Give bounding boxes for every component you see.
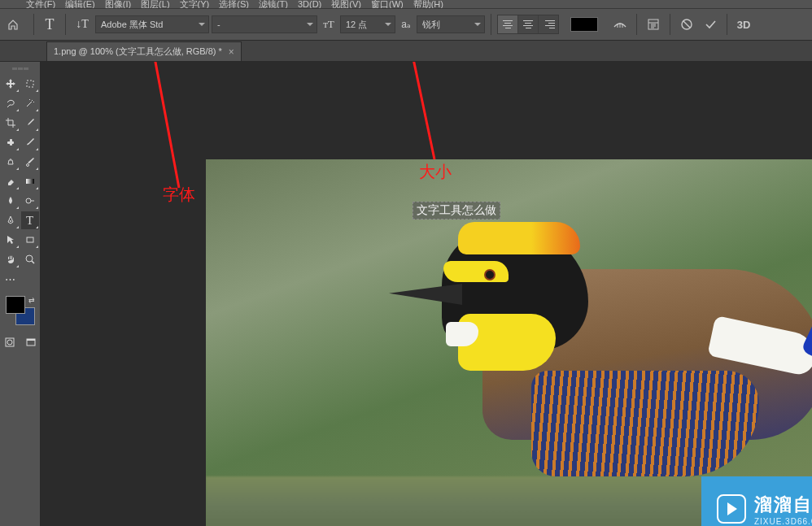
menu-type[interactable]: 文字(Y)	[177, 0, 213, 8]
annotation-arrow-size	[399, 62, 456, 167]
lasso-tool[interactable]	[2, 94, 20, 112]
separator	[65, 14, 66, 35]
anti-alias-dropdown[interactable]: 锐利	[417, 15, 485, 33]
eraser-tool[interactable]	[2, 172, 20, 190]
zoom-tool[interactable]	[21, 250, 39, 268]
menu-bar: 文件(F) 编辑(E) 图像(I) 图层(L) 文字(Y) 选择(S) 滤镜(T…	[0, 0, 812, 8]
tools-grip[interactable]	[4, 65, 37, 72]
text-color-swatch[interactable]	[570, 17, 598, 32]
path-selection-tool[interactable]	[2, 231, 20, 249]
menu-window[interactable]: 窗口(W)	[368, 0, 407, 8]
svg-rect-7	[27, 80, 33, 87]
cancel-button[interactable]	[676, 15, 697, 33]
chevron-down-icon	[385, 23, 391, 26]
svg-point-13	[10, 220, 11, 222]
svg-point-18	[7, 340, 12, 345]
document-tab[interactable]: 1.png @ 100% (文字工具怎么做, RGB/8) * ×	[46, 41, 242, 61]
chevron-down-icon	[307, 23, 313, 26]
crop-tool[interactable]	[2, 114, 20, 132]
font-style-value: -	[217, 20, 220, 29]
hand-tool[interactable]	[2, 250, 20, 268]
menu-view[interactable]: 视图(V)	[328, 0, 365, 8]
foreground-color[interactable]	[6, 296, 25, 314]
separator	[636, 14, 637, 35]
move-tool[interactable]	[2, 75, 20, 93]
healing-brush-tool[interactable]	[2, 133, 20, 151]
swap-colors-icon[interactable]: ⇄	[28, 296, 35, 304]
font-family-dropdown[interactable]: Adobe 黑体 Std	[95, 15, 209, 33]
options-bar: T ↓T Adobe 黑体 Std - тT 12 点 aₐ 锐利	[0, 8, 812, 41]
menu-filter[interactable]: 滤镜(T)	[255, 0, 291, 8]
color-pickers: ⇄	[6, 296, 35, 325]
svg-point-10	[26, 164, 28, 167]
character-panel-button[interactable]	[643, 15, 664, 33]
quick-mask-button[interactable]	[1, 333, 19, 351]
history-brush-tool[interactable]	[21, 153, 39, 171]
svg-line-6	[683, 21, 690, 28]
menu-select[interactable]: 选择(S)	[216, 0, 252, 8]
brush-tool[interactable]	[21, 133, 39, 151]
svg-line-16	[32, 261, 34, 263]
warp-text-button[interactable]	[609, 15, 631, 33]
canvas-area[interactable]: 文字工具怎么做 溜溜自学 ZIXUE.3D66.COM 字体 大小	[41, 62, 812, 526]
annotation-label-font: 字体	[163, 184, 195, 206]
clone-stamp-tool[interactable]	[2, 153, 20, 171]
anti-alias-value: 锐利	[422, 19, 440, 31]
font-style-dropdown[interactable]: -	[212, 15, 317, 33]
separator	[727, 14, 727, 35]
align-left-button[interactable]	[498, 15, 517, 33]
align-right-button[interactable]	[539, 15, 558, 33]
chevron-down-icon	[474, 23, 481, 26]
svg-rect-11	[26, 179, 34, 184]
blur-tool[interactable]	[2, 192, 20, 210]
menu-file[interactable]: 文件(F)	[23, 0, 59, 8]
menu-3d[interactable]: 3D(D)	[295, 0, 325, 8]
document-tab-title: 1.png @ 100% (文字工具怎么做, RGB/8) *	[54, 46, 222, 58]
image-bird	[352, 188, 812, 513]
separator	[491, 14, 491, 35]
separator	[33, 14, 34, 35]
tools-panel: T ⋯ ⇄	[0, 62, 41, 526]
svg-point-12	[26, 198, 31, 203]
document-canvas[interactable]: 文字工具怎么做 溜溜自学 ZIXUE.3D66.COM	[206, 159, 812, 526]
watermark: 溜溜自学 ZIXUE.3D66.COM	[701, 476, 812, 526]
pen-tool[interactable]	[2, 211, 20, 229]
menu-image[interactable]: 图像(I)	[102, 0, 134, 8]
watermark-url: ZIXUE.3D66.COM	[754, 517, 812, 526]
svg-line-21	[151, 62, 179, 188]
text-orientation-icon[interactable]: ↓T	[72, 18, 93, 31]
screen-mode-button[interactable]	[22, 333, 40, 351]
svg-point-15	[26, 255, 33, 262]
type-tool-indicator-icon[interactable]: T	[40, 16, 59, 33]
threed-button[interactable]: 3D	[733, 15, 754, 33]
watermark-brand: 溜溜自学	[754, 493, 812, 517]
text-layer[interactable]: 文字工具怎么做	[413, 202, 500, 220]
artboard-tool[interactable]	[21, 75, 39, 93]
document-tab-bar: 1.png @ 100% (文字工具怎么做, RGB/8) * ×	[0, 41, 812, 62]
svg-rect-14	[27, 237, 33, 242]
font-size-value: 12 点	[346, 19, 367, 31]
dodge-tool[interactable]	[21, 192, 39, 210]
font-family-value: Adobe 黑体 Std	[101, 19, 163, 31]
close-tab-icon[interactable]: ×	[229, 46, 234, 58]
menu-help[interactable]: 帮助(H)	[410, 0, 447, 8]
commit-button[interactable]	[700, 15, 721, 33]
home-icon[interactable]	[5, 16, 21, 33]
font-size-dropdown[interactable]: 12 点	[340, 15, 395, 33]
gradient-tool[interactable]	[21, 172, 39, 190]
align-center-button[interactable]	[518, 15, 538, 33]
menu-edit[interactable]: 编辑(E)	[62, 0, 98, 8]
magic-wand-tool[interactable]	[21, 94, 39, 112]
type-tool[interactable]: T	[21, 211, 39, 229]
watermark-play-icon	[717, 494, 746, 524]
separator	[670, 14, 670, 35]
annotation-arrow-font	[138, 62, 203, 200]
menu-layer[interactable]: 图层(L)	[138, 0, 172, 8]
edit-toolbar-button[interactable]: ⋯	[2, 270, 20, 288]
workspace: T ⋯ ⇄	[0, 62, 812, 526]
text-align-group	[497, 15, 559, 34]
screen-mode-buttons	[1, 333, 40, 351]
eyedropper-tool[interactable]	[21, 114, 39, 132]
rectangle-tool[interactable]	[21, 231, 39, 249]
anti-alias-icon: aₐ	[398, 19, 414, 30]
